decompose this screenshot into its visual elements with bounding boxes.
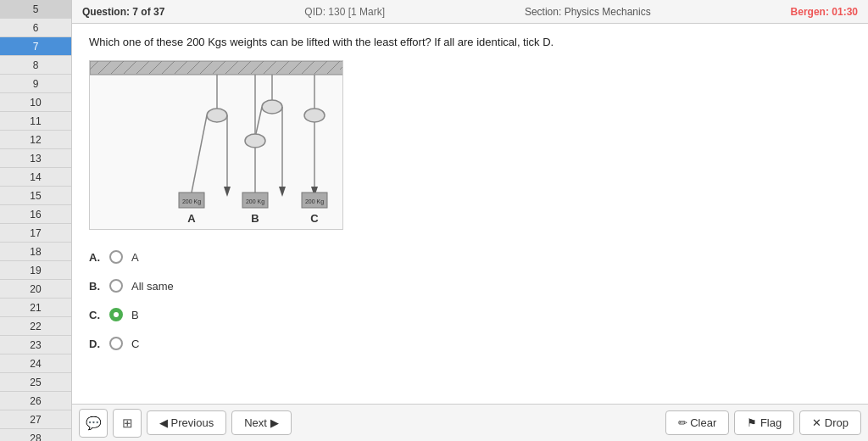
question-sidebar: 5678910111213141516171819202122232425262… bbox=[0, 0, 72, 441]
option-text-d: C bbox=[131, 338, 139, 350]
footer-left-actions: 💬 ⊞ ◀ Previous Next ▶ bbox=[79, 409, 292, 438]
footer-bar: 💬 ⊞ ◀ Previous Next ▶ ✏ Clear ⚑ Flag ✕ D… bbox=[72, 404, 868, 441]
pulley-svg: 200 Kg A 200 Kg bbox=[90, 61, 343, 230]
svg-marker-26 bbox=[224, 187, 231, 197]
previous-button[interactable]: ◀ Previous bbox=[147, 410, 226, 435]
clear-button[interactable]: ✏ Clear bbox=[665, 410, 730, 435]
svg-point-34 bbox=[245, 134, 265, 148]
sidebar-item-11[interactable]: 11 bbox=[0, 112, 71, 131]
grid-button[interactable]: ⊞ bbox=[113, 409, 142, 438]
svg-text:A: A bbox=[187, 212, 196, 225]
sidebar-item-27[interactable]: 27 bbox=[0, 410, 71, 429]
sidebar-item-14[interactable]: 14 bbox=[0, 168, 71, 187]
option-text-a: A bbox=[131, 251, 139, 264]
option-radio-a[interactable] bbox=[109, 250, 123, 264]
option-label-d: D. bbox=[89, 338, 109, 350]
sidebar-item-26[interactable]: 26 bbox=[0, 392, 71, 410]
option-text-c: B bbox=[131, 309, 139, 321]
sidebar-item-9[interactable]: 9 bbox=[0, 75, 71, 93]
sidebar-item-18[interactable]: 18 bbox=[0, 243, 71, 261]
sidebar-item-13[interactable]: 13 bbox=[0, 149, 71, 168]
option-text-b: All same bbox=[131, 280, 174, 293]
svg-text:B: B bbox=[251, 212, 259, 225]
svg-text:200 Kg: 200 Kg bbox=[246, 198, 264, 205]
option-row-b[interactable]: B. All same bbox=[89, 279, 851, 293]
chat-button[interactable]: 💬 bbox=[79, 409, 108, 438]
sidebar-item-28[interactable]: 28 bbox=[0, 429, 71, 441]
option-radio-b[interactable] bbox=[109, 279, 123, 293]
svg-point-23 bbox=[207, 109, 227, 122]
svg-point-32 bbox=[262, 100, 282, 114]
sidebar-item-21[interactable]: 21 bbox=[0, 299, 71, 317]
sidebar-item-12[interactable]: 12 bbox=[0, 131, 71, 149]
sidebar-item-22[interactable]: 22 bbox=[0, 317, 71, 336]
sidebar-item-15[interactable]: 15 bbox=[0, 187, 71, 205]
option-row-a[interactable]: A. A bbox=[89, 250, 851, 264]
svg-point-42 bbox=[304, 109, 325, 122]
sidebar-item-23[interactable]: 23 bbox=[0, 336, 71, 354]
question-id: QID: 130 [1 Mark] bbox=[304, 6, 385, 18]
drop-button[interactable]: ✕ Drop bbox=[799, 410, 861, 435]
svg-line-33 bbox=[255, 107, 262, 137]
sidebar-item-10[interactable]: 10 bbox=[0, 93, 71, 112]
svg-line-24 bbox=[192, 115, 207, 193]
option-radio-d[interactable] bbox=[109, 337, 123, 350]
flag-button[interactable]: ⚑ Flag bbox=[734, 410, 794, 435]
sidebar-item-6[interactable]: 6 bbox=[0, 19, 71, 37]
option-row-d[interactable]: D. C bbox=[89, 337, 851, 350]
timer-display: Bergen: 01:30 bbox=[791, 6, 858, 18]
sidebar-item-7[interactable]: 7 bbox=[0, 37, 71, 56]
next-button[interactable]: Next ▶ bbox=[231, 410, 291, 435]
answer-options: A. A B. All same C. B D. C bbox=[89, 250, 851, 350]
sidebar-item-25[interactable]: 25 bbox=[0, 373, 71, 392]
option-label-a: A. bbox=[89, 251, 109, 264]
option-radio-c[interactable] bbox=[109, 308, 123, 321]
sidebar-item-16[interactable]: 16 bbox=[0, 205, 71, 224]
svg-text:200 Kg: 200 Kg bbox=[182, 198, 201, 205]
sidebar-item-19[interactable]: 19 bbox=[0, 261, 71, 280]
sidebar-item-24[interactable]: 24 bbox=[0, 354, 71, 373]
question-text: Which one of these 200 Kgs weights can b… bbox=[89, 36, 851, 48]
option-label-c: C. bbox=[89, 309, 109, 321]
svg-rect-0 bbox=[90, 61, 343, 75]
footer-right-actions: ✏ Clear ⚑ Flag ✕ Drop bbox=[665, 410, 861, 435]
sidebar-item-5[interactable]: 5 bbox=[0, 0, 71, 19]
svg-marker-37 bbox=[279, 187, 286, 197]
header-bar: Question: 7 of 37 QID: 130 [1 Mark] Sect… bbox=[72, 0, 868, 24]
option-label-b: B. bbox=[89, 280, 109, 293]
question-number: Question: 7 of 37 bbox=[82, 6, 164, 18]
sidebar-item-17[interactable]: 17 bbox=[0, 224, 71, 243]
sidebar-item-20[interactable]: 20 bbox=[0, 280, 71, 299]
svg-text:C: C bbox=[310, 212, 319, 225]
sidebar-item-8[interactable]: 8 bbox=[0, 56, 71, 75]
content-area: Which one of these 200 Kgs weights can b… bbox=[72, 24, 868, 404]
option-row-c[interactable]: C. B bbox=[89, 308, 851, 321]
pulley-diagram: 200 Kg A 200 Kg bbox=[89, 60, 343, 230]
svg-text:200 Kg: 200 Kg bbox=[305, 198, 324, 205]
main-panel: Question: 7 of 37 QID: 130 [1 Mark] Sect… bbox=[72, 0, 868, 441]
section-label: Section: Physics Mechanics bbox=[525, 6, 651, 18]
